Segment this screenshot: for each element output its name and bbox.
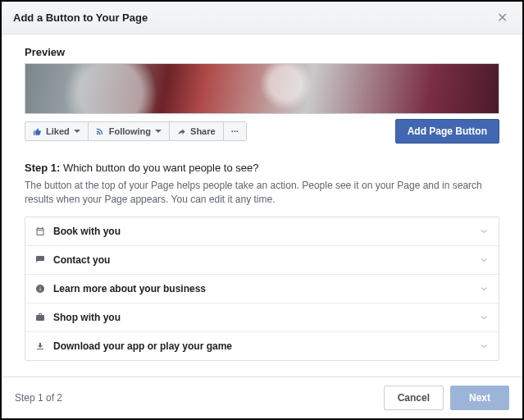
share-button[interactable]: Share — [170, 122, 224, 140]
button-options-list: Book with you Contact you Learn more abo… — [25, 217, 499, 361]
option-learn-label: Learn more about your business — [53, 283, 471, 294]
following-button[interactable]: Following — [89, 122, 170, 140]
page-action-row: Liked Following Share ··· Add Page Butto… — [25, 114, 499, 157]
message-icon — [35, 255, 45, 265]
chevron-down-icon — [479, 313, 489, 322]
liked-label: Liked — [46, 126, 70, 136]
dialog-header: Add a Button to Your Page ✕ — [2, 2, 522, 34]
calendar-icon — [35, 226, 45, 236]
option-download[interactable]: Download your app or play your game — [25, 332, 499, 360]
next-button[interactable]: Next — [450, 386, 509, 410]
caret-down-icon — [155, 130, 162, 136]
page-button-group: Liked Following Share ··· — [25, 121, 247, 141]
ellipsis-icon: ··· — [231, 126, 239, 136]
share-label: Share — [190, 126, 216, 136]
thumbs-up-icon — [33, 127, 42, 136]
option-learn[interactable]: Learn more about your business — [25, 275, 499, 304]
download-icon — [35, 341, 45, 351]
step-label: Step 1: — [25, 162, 60, 174]
briefcase-icon — [35, 313, 45, 322]
option-download-label: Download your app or play your game — [53, 340, 471, 352]
chevron-down-icon — [479, 255, 489, 265]
caret-down-icon — [74, 130, 80, 136]
dialog-title: Add a Button to Your Page — [13, 11, 148, 24]
option-book-label: Book with you — [53, 226, 471, 237]
chevron-down-icon — [479, 226, 489, 236]
option-shop[interactable]: Shop with you — [25, 304, 499, 332]
option-contact-label: Contact you — [53, 254, 471, 266]
dialog-footer: Step 1 of 2 Cancel Next — [2, 377, 522, 418]
dialog-body: Preview Liked Following Share — [2, 34, 522, 377]
more-button[interactable]: ··· — [224, 122, 246, 140]
add-page-button[interactable]: Add Page Button — [395, 119, 499, 144]
liked-button[interactable]: Liked — [25, 122, 89, 140]
step-description: The button at the top of your Page helps… — [25, 179, 499, 207]
cancel-button[interactable]: Cancel — [384, 386, 444, 410]
info-icon — [35, 284, 45, 294]
option-shop-label: Shop with you — [53, 312, 471, 323]
chevron-down-icon — [479, 341, 489, 351]
rss-icon — [96, 127, 105, 136]
step-indicator: Step 1 of 2 — [15, 392, 62, 404]
share-icon — [177, 127, 186, 136]
preview-label: Preview — [25, 46, 499, 58]
add-button-dialog: Add a Button to Your Page ✕ Preview Like… — [2, 2, 522, 418]
cover-photo — [25, 63, 499, 114]
chevron-down-icon — [479, 284, 489, 294]
following-label: Following — [109, 126, 151, 136]
option-contact[interactable]: Contact you — [25, 246, 499, 275]
close-icon[interactable]: ✕ — [494, 10, 511, 25]
option-book[interactable]: Book with you — [25, 217, 499, 246]
step-heading: Step 1: Which button do you want people … — [25, 162, 499, 174]
step-question: Which button do you want people to see? — [63, 162, 259, 174]
